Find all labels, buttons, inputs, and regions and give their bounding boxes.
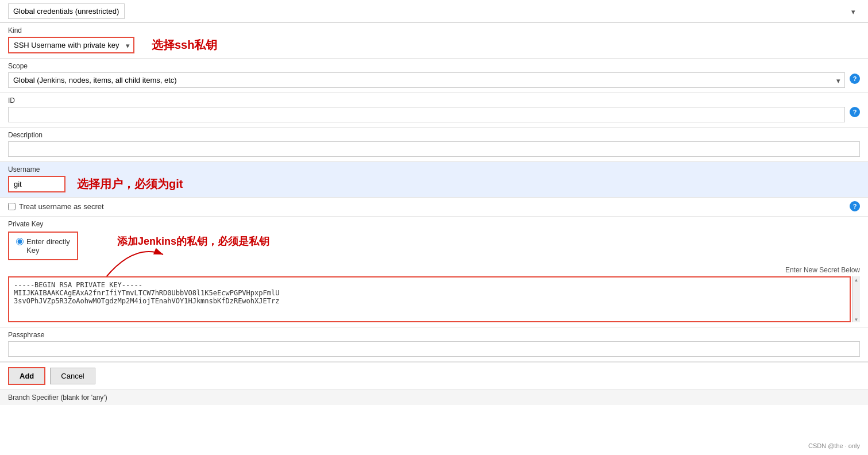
treat-username-secret-row: Treat username as secret ? (0, 198, 868, 217)
treat-username-secret-label: Treat username as secret (19, 202, 104, 211)
top-credentials-row: Global credentials (unrestricted) (0, 0, 868, 23)
id-row: ID ? (0, 93, 868, 128)
enter-directly-text: Enter directly (26, 237, 70, 246)
passphrase-input[interactable] (8, 341, 860, 357)
bottom-row: Branch Specifier (blank for 'any') (0, 390, 868, 405)
key-textarea-scrollbar: ▲ ▼ (852, 276, 860, 322)
username-annotation: 选择用户，必须为git (77, 176, 183, 192)
enter-directly-radio[interactable] (16, 238, 24, 245)
username-row: Username 选择用户，必须为git (0, 162, 868, 198)
description-input[interactable] (8, 141, 860, 157)
key-label-text: Key (16, 246, 70, 255)
private-key-section: Private Key Enter directly Key (0, 217, 868, 327)
kind-annotation: 选择ssh私钥 (152, 37, 217, 53)
add-button[interactable]: Add (8, 367, 45, 385)
kind-select-wrapper: SSH Username with private key (8, 37, 134, 53)
treat-username-secret-checkbox[interactable] (8, 203, 16, 210)
enter-directly-box: Enter directly Key (8, 232, 78, 260)
watermark: CSDN @the · only (808, 442, 860, 449)
scope-help-icon[interactable]: ? (850, 74, 860, 84)
passphrase-label: Passphrase (8, 331, 860, 339)
scope-select[interactable]: Global (Jenkins, nodes, items, all child… (8, 72, 845, 88)
scope-label: Scope (8, 62, 845, 70)
id-label: ID (8, 97, 845, 105)
buttons-row: Add Cancel (0, 362, 868, 390)
cancel-button[interactable]: Cancel (50, 368, 95, 384)
global-credentials-select-wrapper: Global credentials (unrestricted) (8, 3, 860, 19)
passphrase-row: Passphrase (0, 327, 868, 362)
kind-row: Kind SSH Username with private key 选择ssh… (0, 23, 868, 59)
username-input[interactable] (8, 176, 65, 192)
treat-username-help-icon[interactable]: ? (850, 201, 860, 211)
enter-new-secret-text: Enter New Secret Below (8, 266, 860, 274)
kind-label: Kind (8, 26, 839, 34)
private-key-label: Private Key (8, 220, 860, 228)
id-input[interactable] (8, 107, 845, 122)
username-label: Username (8, 165, 860, 173)
id-help-icon[interactable]: ? (850, 107, 860, 117)
description-label: Description (8, 131, 860, 139)
enter-directly-radio-label[interactable]: Enter directly (16, 237, 70, 246)
global-credentials-select[interactable]: Global credentials (unrestricted) (8, 3, 125, 19)
private-key-annotation: 添加Jenkins的私钥，必须是私钥 (117, 234, 269, 248)
scope-row: Scope Global (Jenkins, nodes, items, all… (0, 59, 868, 93)
key-textarea[interactable]: -----BEGIN RSA PRIVATE KEY----- MIIJKAIB… (8, 276, 851, 322)
key-textarea-area: Enter New Secret Below -----BEGIN RSA PR… (8, 266, 860, 322)
description-row: Description (0, 128, 868, 162)
branch-specifier-label: Branch Specifier (blank for 'any') (8, 394, 107, 402)
kind-select[interactable]: SSH Username with private key (8, 37, 134, 53)
